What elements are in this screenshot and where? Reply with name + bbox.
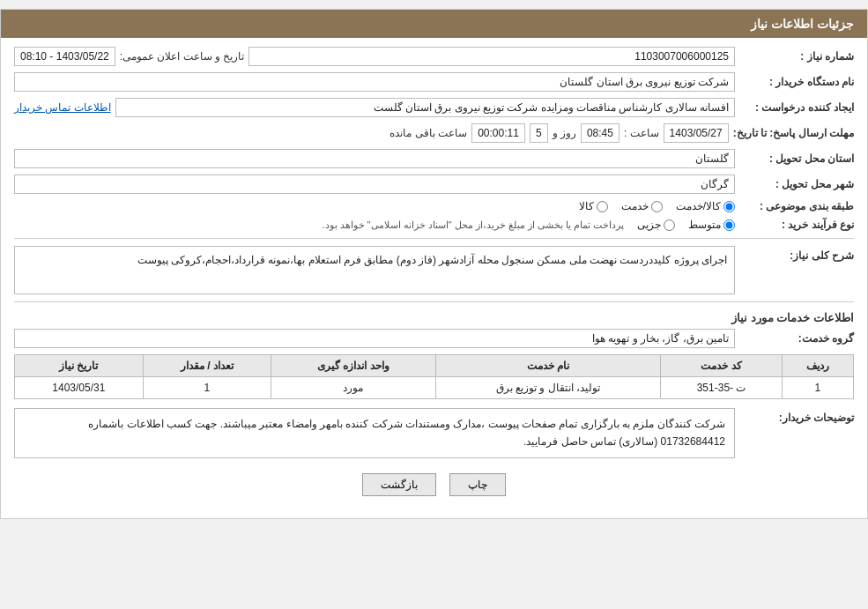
ejad-konande-value: افسانه سالاری کارشناس مناقصات ومزایده شر… [115,98,735,117]
services-table: ردیف کد خدمت نام خدمت واحد اندازه گیری ت… [14,354,854,399]
radio-jozi-label: جزیی [637,219,661,231]
table-row: 1 ت -35-351 تولید، انتقال و توزیع برق مو… [15,377,854,399]
baghimande-label: ساعت باقی مانده [389,127,467,139]
radio-jozi[interactable]: جزیی [637,219,675,231]
shomare-niaz-value: 1103007006000125 [249,47,735,66]
radio-kala-khadamat-label: کالا/خدمت [676,200,721,212]
shahr-label: شهر محل تحویل : [739,178,854,190]
mohlat-date: 1403/05/27 [664,123,729,143]
noe-farayand-label: نوع فرآیند خرید : [739,219,854,231]
tabaqe-bandi-label: طبقه بندی موضوعی : [739,200,854,212]
chap-button[interactable]: چاپ [449,473,506,496]
sharh-koli-value: اجرای پروژه کلیددردست نهضت ملی مسکن سنجو… [14,246,735,294]
cell-vahed: مورد [271,377,435,399]
bazgasht-button[interactable]: بازگشت [362,473,436,496]
ejad-konande-link[interactable]: اطلاعات تماس خریدار [14,101,111,114]
ostan-value: گلستان [14,149,735,168]
nam-dastgah-label: نام دستگاه خریدار : [739,76,854,88]
noe-farayand-text: پرداخت تمام یا بخشی از مبلغ خرید،از محل … [322,219,624,231]
grouh-label: گروه خدمت: [739,332,854,345]
cell-tarikh: 1403/05/31 [15,377,144,399]
grouh-value: تامین برق، گاز، بخار و تهویه هوا [14,329,735,348]
tarikh-elan-label: تاریخ و ساعت اعلان عمومی: [120,50,245,63]
cell-kod: ت -35-351 [661,377,782,399]
khadamat-section-title: اطلاعات خدمات مورد نیاز [14,311,854,324]
saat-value: 08:45 [581,123,619,143]
roz-label: روز و [553,127,576,139]
radio-kala-label: کالا [579,200,594,212]
baghimande-value: 00:00:11 [471,123,525,143]
col-tedad: تعداد / مقدار [143,355,271,377]
radio-khadamat[interactable]: خدمت [621,200,663,212]
sharh-koli-label: شرح کلی نیاز: [739,249,854,262]
tabaqe-radio-group: کالا/خدمت خدمت کالا [579,200,735,212]
ostan-label: استان محل تحویل : [739,152,854,165]
page-title: جزئیات اطلاعات نیاز [1,10,867,38]
col-radif: ردیف [782,355,853,377]
footer-buttons: چاپ بازگشت [14,464,854,509]
cell-radif: 1 [782,377,853,399]
tosih-kharidar-label: توضیحات خریدار: [739,412,854,424]
col-tarikh: تاریخ نیاز [15,355,144,377]
mohlat-ersal-label: مهلت ارسال پاسخ: تا تاریخ: [733,127,854,139]
tosih-kharidar-value: شرکت کنندگان ملزم به بارگزاری تمام صفحات… [14,408,735,458]
shomare-niaz-label: شماره نیاز : [739,50,854,63]
col-vahed: واحد اندازه گیری [271,355,435,377]
cell-tedad: 1 [143,377,271,399]
col-nam: نام خدمت [435,355,661,377]
tarikh-elan-value: 1403/05/22 - 08:10 [14,47,115,66]
col-kod: کد خدمت [661,355,782,377]
radio-kala-khadamat[interactable]: کالا/خدمت [676,200,735,212]
cell-nam: تولید، انتقال و توزیع برق [435,377,661,399]
radio-motavaset-label: متوسط [688,219,721,231]
radio-motavaset[interactable]: متوسط [688,219,735,231]
shahr-value: گرگان [14,175,735,194]
nam-dastgah-value: شرکت توزیع نیروی برق استان گلستان [14,72,735,92]
farayand-radio-group: متوسط جزیی [637,219,735,231]
ejad-konande-label: ایجاد کننده درخواست : [739,101,854,114]
radio-kala[interactable]: کالا [579,200,608,212]
saat-label: ساعت : [624,127,659,139]
radio-khadamat-label: خدمت [621,200,649,212]
roz-value: 5 [530,123,548,143]
